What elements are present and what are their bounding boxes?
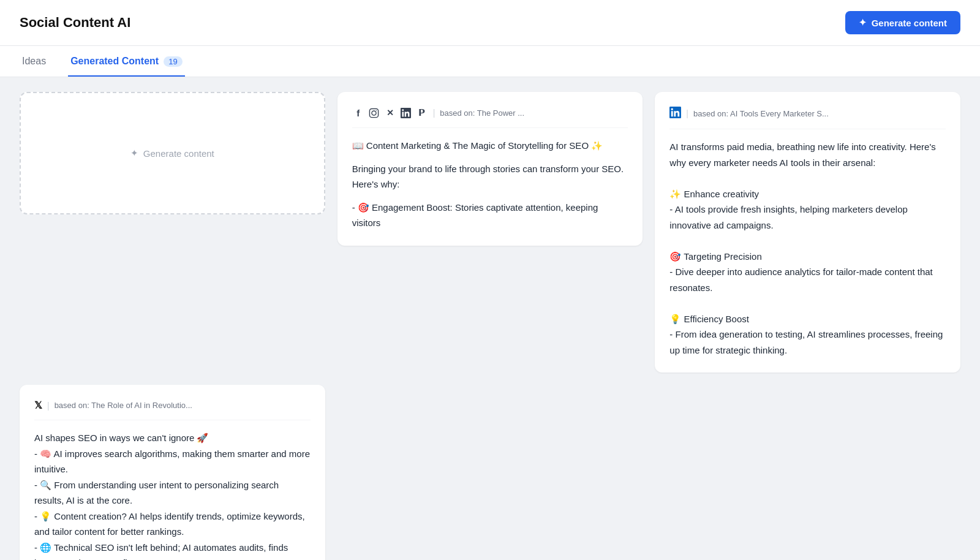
content-area: ✦ Generate content f ✕ 𝗣 | based on: The… <box>0 77 980 560</box>
linkedin-icon-multi <box>400 107 412 119</box>
tab-generated-badge: 19 <box>164 56 182 67</box>
pinterest-icon: 𝗣 <box>416 107 428 119</box>
tabs-bar: Ideas Generated Content 19 <box>0 46 980 77</box>
generate-card-label: Generate content <box>143 148 214 159</box>
platform-icons-multi: f ✕ 𝗣 <box>352 107 428 119</box>
card-twitter: 𝕏 | based on: The Role of AI in Revoluti… <box>20 385 325 560</box>
app-header: Social Content AI ✦ Generate content <box>0 0 980 46</box>
card-linkedin-source: based on: AI Tools Every Marketer S... <box>693 109 829 118</box>
generate-card-icon: ✦ <box>130 148 138 159</box>
generate-content-button[interactable]: ✦ Generate content <box>845 11 960 34</box>
linkedin-icon <box>669 107 681 120</box>
tab-generated-label: Generated Content <box>70 56 159 67</box>
tab-generated[interactable]: Generated Content 19 <box>68 46 184 77</box>
card-multi-header: f ✕ 𝗣 | based on: The Power ... <box>352 107 628 128</box>
generate-btn-label: Generate content <box>872 18 947 28</box>
facebook-icon: f <box>352 107 364 119</box>
app-title: Social Content AI <box>20 15 130 31</box>
card-multi-platform: f ✕ 𝗣 | based on: The Power ... 📖 Conten… <box>337 92 643 246</box>
tab-ideas[interactable]: Ideas <box>20 46 48 77</box>
generate-btn-icon: ✦ <box>859 17 867 28</box>
svg-point-2 <box>376 110 377 110</box>
tab-ideas-label: Ideas <box>22 56 46 67</box>
card-multi-source: based on: The Power ... <box>440 108 524 118</box>
card-twitter-body: AI shapes SEO in ways we can't ignore 🚀 … <box>34 430 311 560</box>
card-linkedin-body: AI transforms paid media, breathing new … <box>669 139 946 358</box>
card-linkedin-header: | based on: AI Tools Every Marketer S... <box>669 107 946 129</box>
card-multi-body: 📖 Content Marketing & The Magic of Story… <box>352 138 628 231</box>
card-linkedin: | based on: AI Tools Every Marketer S...… <box>655 92 960 373</box>
generate-card[interactable]: ✦ Generate content <box>20 92 325 214</box>
svg-rect-0 <box>370 108 379 117</box>
card-twitter-source: based on: The Role of AI in Revolutio... <box>55 401 192 410</box>
svg-point-1 <box>372 110 376 115</box>
instagram-icon <box>368 107 380 119</box>
twitter-x-platform-icon: 𝕏 <box>34 399 42 411</box>
generate-card-inner: ✦ Generate content <box>130 148 214 159</box>
card-twitter-header: 𝕏 | based on: The Role of AI in Revoluti… <box>34 399 311 420</box>
twitter-x-icon: ✕ <box>384 107 396 119</box>
